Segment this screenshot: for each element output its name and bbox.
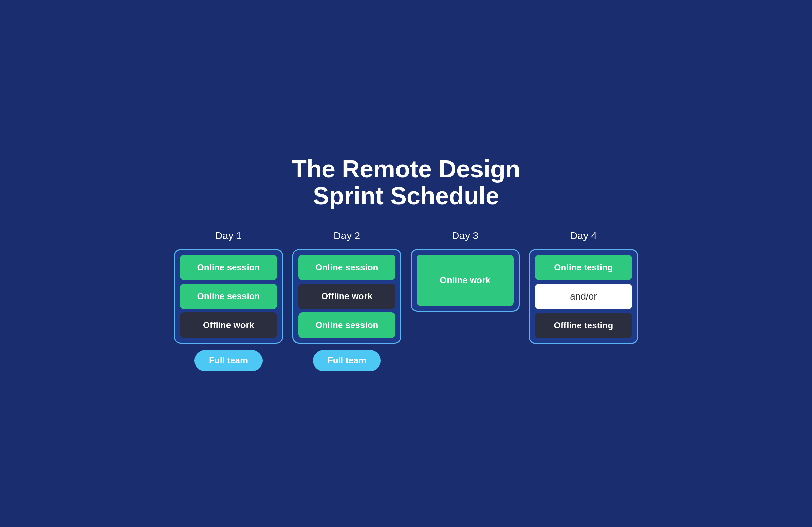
session-block-text-d2b3: Online session — [316, 320, 378, 331]
day-column-day2: Day 2Online sessionOffline workOnline se… — [292, 230, 401, 371]
session-block-text-d1b2: Online session — [197, 291, 260, 302]
days-container: Day 1Online sessionOnline sessionOffline… — [168, 230, 644, 371]
session-block-text-d4b1: Online testing — [554, 262, 613, 273]
session-block-text-d1b3: Offline work — [203, 320, 254, 331]
session-block-d3b1: Online work — [417, 255, 514, 306]
day-column-day3: Day 3Online work — [411, 230, 520, 312]
full-team-badge-day2: Full team — [313, 350, 381, 371]
day-card-day2: Online sessionOffline workOnline session — [292, 249, 401, 344]
session-block-text-d4b2: and/or — [570, 291, 597, 302]
day-label-day3: Day 3 — [452, 230, 478, 241]
session-block-d2b2: Offline work — [298, 283, 395, 309]
day-label-day4: Day 4 — [570, 230, 597, 241]
day-card-day1: Online sessionOnline sessionOffline work — [174, 249, 283, 344]
session-block-d1b3: Offline work — [180, 312, 277, 338]
day-label-day1: Day 1 — [215, 230, 242, 241]
session-block-text-d1b1: Online session — [197, 262, 260, 273]
session-block-text-d2b1: Online session — [316, 262, 378, 273]
full-team-badge-text-day2: Full team — [328, 355, 366, 366]
session-block-d4b3: Offline testing — [535, 313, 632, 338]
day-label-day2: Day 2 — [334, 230, 360, 241]
session-block-text-d2b2: Offline work — [321, 291, 372, 302]
session-block-d4b2: and/or — [535, 283, 632, 309]
session-block-d1b2: Online session — [180, 283, 277, 309]
full-team-badge-text-day1: Full team — [209, 355, 248, 366]
session-block-d4b1: Online testing — [535, 255, 632, 280]
session-block-text-d4b3: Offline testing — [554, 320, 613, 331]
day-card-day3: Online work — [411, 249, 520, 312]
day-column-day4: Day 4Online testingand/orOffline testing — [529, 230, 638, 344]
session-block-d1b1: Online session — [180, 255, 277, 280]
day-card-day4: Online testingand/orOffline testing — [529, 249, 638, 344]
session-block-d2b1: Online session — [298, 255, 395, 280]
session-block-text-d3b1: Online work — [440, 275, 491, 286]
day-column-day1: Day 1Online sessionOnline sessionOffline… — [174, 230, 283, 371]
session-block-d2b3: Online session — [298, 312, 395, 338]
full-team-badge-day1: Full team — [194, 350, 262, 371]
page-title: The Remote Design Sprint Schedule — [292, 156, 520, 209]
